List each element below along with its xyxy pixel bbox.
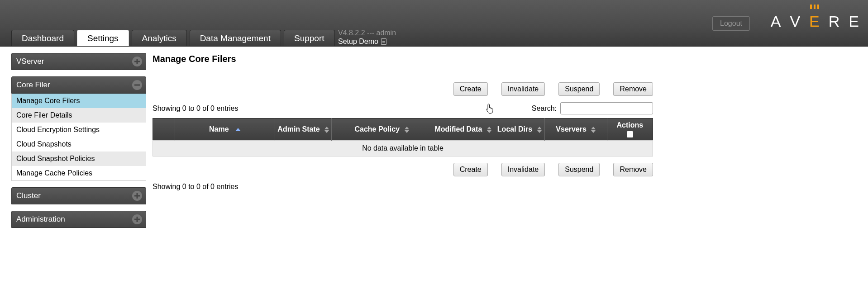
col-label: Modified Data: [434, 125, 482, 133]
sort-icon: [405, 127, 409, 133]
sidebar-section-label: Administration: [16, 215, 65, 224]
entries-info-top: Showing 0 to 0 of 0 entries: [153, 104, 238, 113]
tab-settings[interactable]: Settings: [77, 30, 129, 46]
sidebar-item-cloud-encryption-settings[interactable]: Cloud Encryption Settings: [12, 123, 146, 137]
empty-message: No data available in table: [153, 141, 653, 156]
sidebar-list-core-filer: Manage Core Filers Core Filer Details Cl…: [11, 94, 146, 181]
tab-dashboard[interactable]: Dashboard: [11, 30, 74, 46]
sidebar-item-manage-core-filers[interactable]: Manage Core Filers: [12, 94, 146, 108]
col-label: Cache Policy: [354, 125, 400, 133]
col-label: Local Dirs: [497, 125, 532, 133]
invalidate-button-bottom[interactable]: Invalidate: [501, 163, 545, 176]
search-input[interactable]: [560, 102, 653, 114]
select-all-checkbox[interactable]: [627, 131, 633, 137]
sidebar-section-core-filer[interactable]: Core Filer: [11, 76, 146, 94]
collapse-icon: [132, 80, 142, 90]
create-button[interactable]: Create: [453, 82, 488, 96]
expand-icon: [132, 191, 142, 201]
remove-button-bottom[interactable]: Remove: [613, 163, 653, 176]
document-icon[interactable]: [381, 38, 386, 45]
main-tabs: Dashboard Settings Analytics Data Manage…: [11, 30, 335, 46]
col-local-dirs[interactable]: Local Dirs: [494, 118, 545, 141]
entries-info-bottom: Showing 0 to 0 of 0 entries: [153, 183, 653, 191]
main-panel: Manage Core Filers Create Invalidate Sus…: [146, 53, 662, 228]
toolbar-top: Create Invalidate Suspend Remove: [153, 82, 653, 96]
tab-analytics[interactable]: Analytics: [132, 30, 187, 46]
top-bar: Dashboard Settings Analytics Data Manage…: [0, 0, 868, 47]
expand-icon: [132, 57, 142, 66]
version-user-text: V4.8.2.2 --- admin: [338, 28, 396, 37]
sidebar-section-administration[interactable]: Administration: [11, 211, 146, 228]
core-filers-table: Name Admin State Cache Policy Modified D…: [153, 118, 653, 156]
sidebar-section-label: Core Filer: [16, 80, 50, 90]
col-name[interactable]: Name: [175, 118, 275, 141]
sidebar-item-core-filer-details[interactable]: Core Filer Details: [12, 108, 146, 123]
suspend-button[interactable]: Suspend: [558, 82, 600, 96]
logout-button[interactable]: Logout: [712, 16, 750, 31]
brand-logo: AVERE: [771, 13, 860, 30]
col-label: Actions: [609, 121, 651, 129]
sidebar-section-cluster[interactable]: Cluster: [11, 187, 146, 204]
header-status: V4.8.2.2 --- admin Setup Demo: [338, 28, 396, 46]
col-label: Admin State: [277, 125, 320, 133]
sort-icon: [324, 127, 329, 133]
sidebar-section-label: Cluster: [16, 191, 41, 200]
tab-data-management[interactable]: Data Management: [190, 30, 281, 46]
search-label: Search:: [532, 104, 557, 113]
col-modified-data[interactable]: Modified Data: [432, 118, 494, 141]
suspend-button-bottom[interactable]: Suspend: [558, 163, 600, 176]
col-vservers[interactable]: Vservers: [545, 118, 607, 141]
col-blank[interactable]: [153, 118, 175, 141]
context-name[interactable]: Setup Demo: [338, 38, 378, 45]
page-title: Manage Core Filers: [153, 54, 653, 64]
col-admin-state[interactable]: Admin State: [275, 118, 332, 141]
col-actions[interactable]: Actions: [607, 118, 653, 141]
tab-support[interactable]: Support: [284, 30, 335, 46]
sidebar-section-label: VServer: [16, 57, 44, 66]
expand-icon: [132, 214, 142, 224]
info-search-row: Showing 0 to 0 of 0 entries Search:: [153, 102, 653, 114]
create-button-bottom[interactable]: Create: [453, 163, 488, 176]
col-label: Vservers: [556, 125, 587, 133]
sort-asc-icon: [235, 128, 241, 131]
sidebar-item-cloud-snapshot-policies[interactable]: Cloud Snapshot Policies: [12, 152, 146, 166]
sort-icon: [487, 127, 491, 133]
sidebar-section-vserver[interactable]: VServer: [11, 53, 146, 70]
remove-button[interactable]: Remove: [613, 82, 653, 96]
content-area: VServer Core Filer Manage Core Filers Co…: [0, 47, 868, 228]
col-cache-policy[interactable]: Cache Policy: [332, 118, 432, 141]
toolbar-bottom: Create Invalidate Suspend Remove: [153, 163, 653, 176]
col-label: Name: [209, 125, 229, 133]
sidebar: VServer Core Filer Manage Core Filers Co…: [11, 53, 146, 228]
sort-icon: [591, 127, 596, 133]
sidebar-item-cloud-snapshots[interactable]: Cloud Snapshots: [12, 137, 146, 152]
table-empty-row: No data available in table: [153, 141, 653, 156]
sidebar-item-manage-cache-policies[interactable]: Manage Cache Policies: [12, 166, 146, 180]
sort-icon: [537, 127, 542, 133]
invalidate-button[interactable]: Invalidate: [501, 82, 545, 96]
